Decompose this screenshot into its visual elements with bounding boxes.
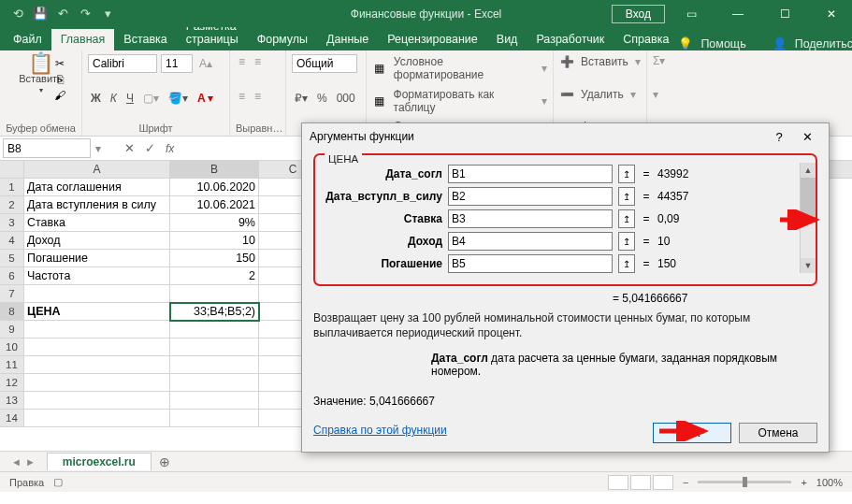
cell[interactable] bbox=[170, 392, 259, 410]
cell[interactable]: 2 bbox=[170, 267, 259, 285]
signin-button[interactable]: Вход bbox=[612, 5, 665, 23]
col-header-A[interactable]: A bbox=[24, 161, 170, 178]
tab-data[interactable]: Данные bbox=[317, 29, 378, 50]
range-select-icon[interactable]: ↥ bbox=[618, 232, 635, 251]
cell[interactable] bbox=[24, 321, 170, 338]
cell[interactable] bbox=[24, 356, 170, 374]
copy-icon[interactable]: ⎘ bbox=[52, 72, 67, 87]
row-header[interactable]: 2 bbox=[0, 196, 24, 214]
delete-cells-button[interactable]: Удалить bbox=[578, 87, 627, 102]
cell[interactable] bbox=[170, 410, 259, 427]
cell[interactable]: 10 bbox=[170, 232, 259, 250]
row-header[interactable]: 6 bbox=[0, 267, 24, 285]
zoom-value[interactable]: 100% bbox=[816, 477, 843, 488]
lightbulb-icon[interactable]: 💡 bbox=[678, 36, 693, 50]
row-header[interactable]: 11 bbox=[0, 356, 24, 374]
arg-input[interactable] bbox=[448, 165, 613, 183]
minimize-icon[interactable]: — bbox=[717, 0, 758, 27]
cell[interactable] bbox=[24, 285, 170, 303]
row-header[interactable]: 3 bbox=[0, 214, 24, 232]
cell[interactable]: Ставка bbox=[24, 214, 170, 232]
cell[interactable]: Погашение bbox=[24, 250, 170, 267]
tab-formulas[interactable]: Формулы bbox=[248, 29, 317, 50]
align-center-icon[interactable]: ≡ bbox=[252, 89, 264, 104]
format-as-table-button[interactable]: Форматировать как таблицу bbox=[391, 87, 538, 115]
maximize-icon[interactable]: ☐ bbox=[764, 0, 805, 27]
cut-icon[interactable]: ✂ bbox=[52, 56, 67, 71]
undo-icon[interactable]: ↶ bbox=[52, 4, 73, 24]
select-all-triangle[interactable] bbox=[0, 161, 24, 178]
underline-button[interactable]: Ч bbox=[123, 91, 137, 106]
cell[interactable] bbox=[170, 338, 259, 356]
share-label[interactable]: Поделиться bbox=[795, 37, 852, 50]
autosum-icon[interactable]: Σ▾ bbox=[653, 54, 665, 67]
share-icon[interactable]: 👤 bbox=[773, 36, 787, 50]
row-header[interactable]: 8 bbox=[0, 303, 24, 321]
sheet-next-icon[interactable]: ► bbox=[25, 456, 36, 468]
range-select-icon[interactable]: ↥ bbox=[618, 254, 635, 273]
cell[interactable] bbox=[170, 285, 259, 303]
conditional-formatting-button[interactable]: Условное форматирование bbox=[391, 54, 538, 82]
ribbon-options-icon[interactable]: ▭ bbox=[671, 0, 712, 27]
cell[interactable] bbox=[24, 338, 170, 356]
save-icon[interactable]: 💾 bbox=[30, 4, 51, 24]
cell[interactable] bbox=[24, 392, 170, 410]
arg-input[interactable] bbox=[448, 232, 613, 251]
align-mid-icon[interactable]: ≡ bbox=[252, 54, 264, 69]
tellme-label[interactable]: Помощь bbox=[700, 37, 745, 50]
arg-input[interactable] bbox=[448, 187, 613, 206]
cell[interactable]: Частота bbox=[24, 267, 170, 285]
number-format-select[interactable] bbox=[292, 54, 357, 73]
redo-icon[interactable]: ↷ bbox=[75, 4, 95, 24]
function-help-link[interactable]: Справка по этой функции bbox=[313, 424, 447, 437]
cell[interactable] bbox=[24, 410, 170, 427]
row-header[interactable]: 13 bbox=[0, 392, 24, 410]
border-button[interactable]: ▢▾ bbox=[140, 91, 162, 106]
sheet-tab[interactable]: microexcel.ru bbox=[47, 453, 152, 470]
arg-input[interactable] bbox=[448, 254, 613, 273]
cell[interactable] bbox=[170, 356, 259, 374]
cell[interactable]: Дата вступления в силу bbox=[24, 196, 170, 214]
cell[interactable]: 150 bbox=[170, 250, 259, 267]
dialog-close-icon[interactable]: ✕ bbox=[793, 130, 821, 144]
namebox-dropdown-icon[interactable]: ▾ bbox=[91, 142, 106, 155]
range-select-icon[interactable]: ↥ bbox=[618, 209, 635, 228]
cell[interactable]: ЦЕНА bbox=[24, 303, 170, 321]
name-box[interactable]: B8 bbox=[3, 138, 91, 158]
accept-formula-icon[interactable]: ✓ bbox=[139, 141, 160, 155]
currency-icon[interactable]: ₽▾ bbox=[292, 91, 310, 106]
cancel-formula-icon[interactable]: ✕ bbox=[119, 141, 139, 155]
cancel-button[interactable]: Отмена bbox=[739, 423, 817, 443]
tab-view[interactable]: Вид bbox=[487, 29, 527, 50]
bold-button[interactable]: Ж bbox=[88, 91, 104, 106]
row-header[interactable]: 5 bbox=[0, 250, 24, 267]
formatpainter-icon[interactable]: 🖌 bbox=[52, 88, 67, 103]
comma-icon[interactable]: 000 bbox=[334, 91, 358, 106]
tab-file[interactable]: Файл bbox=[4, 29, 51, 50]
row-header[interactable]: 7 bbox=[0, 285, 24, 303]
row-header[interactable]: 10 bbox=[0, 338, 24, 356]
range-select-icon[interactable]: ↥ bbox=[618, 187, 635, 206]
fx-icon[interactable]: fx bbox=[160, 142, 180, 155]
cell[interactable]: Дата соглашения bbox=[24, 179, 170, 196]
align-top-icon[interactable]: ≡ bbox=[236, 54, 248, 69]
zoom-out-icon[interactable]: − bbox=[683, 477, 688, 488]
increase-font-icon[interactable]: A▴ bbox=[196, 56, 215, 71]
cell[interactable]: 9% bbox=[170, 214, 259, 232]
insert-cells-button[interactable]: Вставить bbox=[578, 54, 631, 69]
row-header[interactable]: 9 bbox=[0, 321, 24, 338]
tab-insert[interactable]: Вставка bbox=[114, 29, 176, 50]
scroll-up-icon[interactable]: ▲ bbox=[801, 163, 816, 178]
zoom-in-icon[interactable]: + bbox=[801, 477, 806, 488]
scroll-down-icon[interactable]: ▼ bbox=[801, 258, 816, 273]
active-cell[interactable]: 33;B4;B5;2) bbox=[170, 303, 259, 321]
row-header[interactable]: 14 bbox=[0, 410, 24, 427]
view-pagebreak-icon[interactable] bbox=[653, 475, 673, 490]
cell[interactable]: 10.06.2021 bbox=[170, 196, 259, 214]
align-left-icon[interactable]: ≡ bbox=[236, 89, 248, 104]
cell[interactable]: 10.06.2020 bbox=[170, 179, 259, 196]
font-size-select[interactable] bbox=[161, 54, 193, 73]
row-header[interactable]: 4 bbox=[0, 232, 24, 250]
qat-dropdown-icon[interactable]: ▾ bbox=[97, 4, 118, 24]
tab-help[interactable]: Справка bbox=[614, 29, 678, 50]
